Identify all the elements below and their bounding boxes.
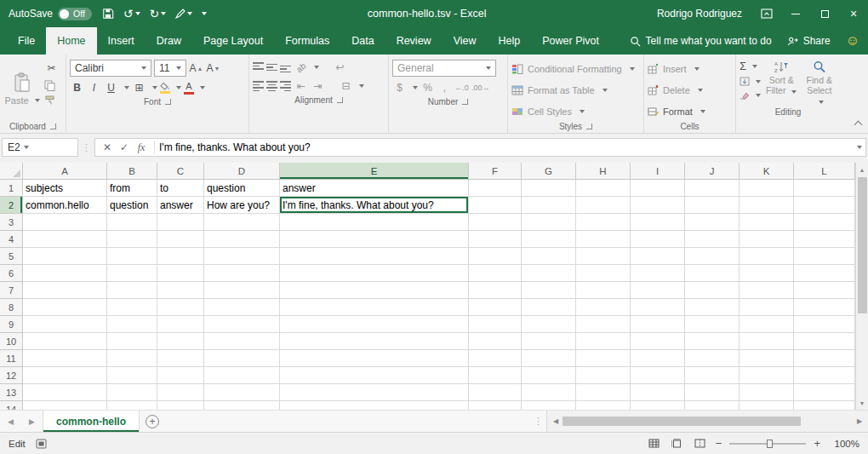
touch-mode-dropdown-icon[interactable] xyxy=(187,12,192,15)
font-name-select[interactable]: Calibri xyxy=(70,60,151,77)
scroll-down-icon[interactable]: ▼ xyxy=(856,396,868,410)
cell-B8[interactable] xyxy=(107,299,157,316)
scroll-up-icon[interactable]: ▲ xyxy=(856,163,868,176)
cell-F9[interactable] xyxy=(469,316,522,333)
cut-icon[interactable]: ✂ xyxy=(44,60,59,76)
cell-I2[interactable] xyxy=(631,197,685,214)
column-header-H[interactable]: H xyxy=(576,163,631,180)
cell-J9[interactable] xyxy=(685,316,740,333)
cell-D12[interactable] xyxy=(204,367,280,384)
zoom-out-icon[interactable]: − xyxy=(716,437,722,450)
cell-G14[interactable] xyxy=(522,401,576,410)
horizontal-scroll-thumb[interactable] xyxy=(562,417,801,426)
ribbon-display-options-button[interactable] xyxy=(752,0,781,27)
styles-dialog-launcher-icon[interactable] xyxy=(586,124,592,129)
cell-G8[interactable] xyxy=(522,299,576,316)
bold-button[interactable]: B xyxy=(70,80,84,95)
cell-L13[interactable] xyxy=(794,384,855,401)
next-sheet-icon[interactable]: ▶ xyxy=(21,411,43,432)
cell-D10[interactable] xyxy=(204,333,280,350)
wrap-text-icon[interactable]: ↩ xyxy=(333,60,347,75)
cell-I7[interactable] xyxy=(631,282,685,299)
cell-I8[interactable] xyxy=(631,299,685,316)
currency-format-button[interactable]: $ xyxy=(392,80,407,95)
feedback-smiley-icon[interactable]: ☺ xyxy=(846,34,859,48)
tab-page-layout[interactable]: Page Layout xyxy=(192,27,274,55)
cell-E3[interactable] xyxy=(280,214,469,231)
cell-K13[interactable] xyxy=(740,384,794,401)
cell-J12[interactable] xyxy=(685,367,740,384)
cell-A11[interactable] xyxy=(23,350,107,367)
undo-dropdown-icon[interactable] xyxy=(135,12,140,15)
cell-K14[interactable] xyxy=(740,401,794,410)
cell-G12[interactable] xyxy=(522,367,576,384)
cell-D7[interactable] xyxy=(204,282,280,299)
row-header-6[interactable]: 6 xyxy=(0,265,23,282)
close-button[interactable]: × xyxy=(839,0,868,27)
column-header-G[interactable]: G xyxy=(522,163,576,180)
cell-C5[interactable] xyxy=(157,248,204,265)
cell-K10[interactable] xyxy=(740,333,794,350)
cell-D9[interactable] xyxy=(204,316,280,333)
column-header-J[interactable]: J xyxy=(685,163,740,180)
cell-C12[interactable] xyxy=(157,367,204,384)
fill-button[interactable] xyxy=(740,77,761,86)
cell-B4[interactable] xyxy=(107,231,157,248)
insert-cells-button[interactable]: Insert xyxy=(648,60,732,78)
cell-styles-button[interactable]: Cell Styles xyxy=(511,102,640,120)
cell-J11[interactable] xyxy=(685,350,740,367)
tab-review[interactable]: Review xyxy=(385,27,443,55)
fill-color-dropdown-icon[interactable] xyxy=(176,86,181,89)
horizontal-scroll-track[interactable] xyxy=(562,415,853,428)
cell-E1[interactable]: answer xyxy=(280,180,469,197)
cell-H8[interactable] xyxy=(576,299,631,316)
cell-J8[interactable] xyxy=(685,299,740,316)
cell-L9[interactable] xyxy=(794,316,855,333)
cell-F14[interactable] xyxy=(469,401,522,410)
cell-A14[interactable] xyxy=(23,401,107,410)
name-box-dropdown-icon[interactable] xyxy=(24,146,29,149)
column-header-L[interactable]: L xyxy=(794,163,855,180)
cell-A10[interactable] xyxy=(23,333,107,350)
cell-H13[interactable] xyxy=(576,384,631,401)
percent-format-button[interactable]: % xyxy=(420,80,435,95)
macro-record-icon[interactable] xyxy=(36,439,47,449)
cell-H14[interactable] xyxy=(576,401,631,410)
cell-D13[interactable] xyxy=(204,384,280,401)
column-header-K[interactable]: K xyxy=(740,163,794,180)
align-right-icon[interactable] xyxy=(280,81,291,91)
cell-E6[interactable] xyxy=(280,265,469,282)
cell-G2[interactable] xyxy=(522,197,576,214)
cell-G13[interactable] xyxy=(522,384,576,401)
cell-F7[interactable] xyxy=(469,282,522,299)
cell-I14[interactable] xyxy=(631,401,685,410)
cell-J6[interactable] xyxy=(685,265,740,282)
tab-file[interactable]: File xyxy=(7,27,46,55)
row-header-4[interactable]: 4 xyxy=(0,231,23,248)
zoom-in-icon[interactable]: + xyxy=(814,437,820,450)
cell-F10[interactable] xyxy=(469,333,522,350)
cell-H11[interactable] xyxy=(576,350,631,367)
bottom-align-icon[interactable] xyxy=(280,62,291,72)
cancel-button[interactable]: ✕ xyxy=(99,141,116,153)
sheet-tab-common-hello[interactable]: common-hello xyxy=(43,411,140,432)
cell-C9[interactable] xyxy=(157,316,204,333)
cell-L12[interactable] xyxy=(794,367,855,384)
row-header-5[interactable]: 5 xyxy=(0,248,23,265)
column-header-D[interactable]: D xyxy=(204,163,280,180)
cell-A7[interactable] xyxy=(23,282,107,299)
font-dialog-launcher-icon[interactable] xyxy=(165,99,171,105)
cell-A3[interactable] xyxy=(23,214,107,231)
cell-G7[interactable] xyxy=(522,282,576,299)
format-as-table-button[interactable]: Format as Table xyxy=(511,81,640,99)
cell-A2[interactable]: common.hello xyxy=(23,197,107,214)
cell-E5[interactable] xyxy=(280,248,469,265)
cell-C8[interactable] xyxy=(157,299,204,316)
cell-I10[interactable] xyxy=(631,333,685,350)
cell-D4[interactable] xyxy=(204,231,280,248)
cell-L4[interactable] xyxy=(794,231,855,248)
tell-me-box[interactable]: Tell me what you want to do xyxy=(630,35,772,47)
orientation-dropdown-icon[interactable] xyxy=(314,66,319,69)
cell-H12[interactable] xyxy=(576,367,631,384)
find-select-button[interactable]: Find & Select xyxy=(802,59,837,106)
